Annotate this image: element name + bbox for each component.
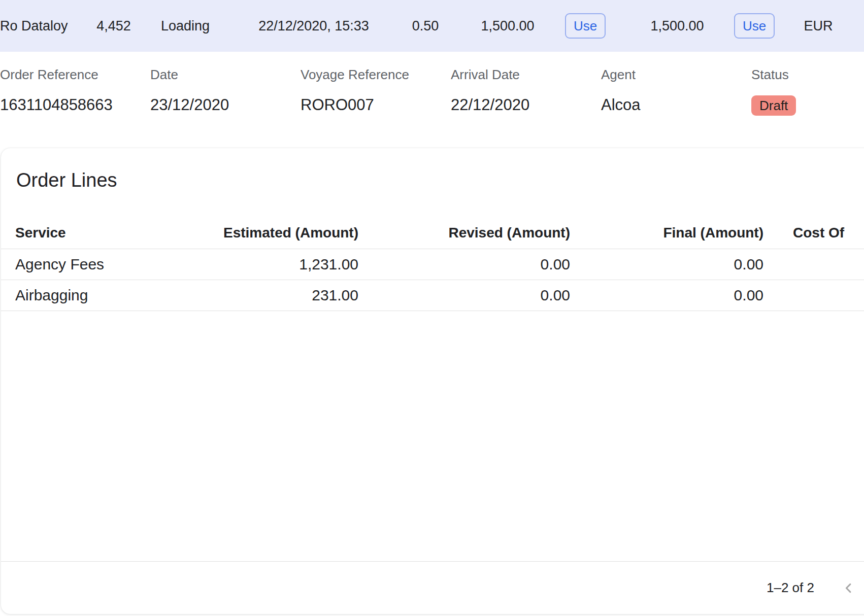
order-lines-title: Order Lines — [16, 169, 864, 191]
field-status: Status Draft — [751, 67, 796, 116]
currency-code: EUR — [804, 0, 833, 52]
prev-page-button[interactable] — [841, 580, 857, 596]
revised-total: 1,500.00 — [650, 0, 704, 52]
col-final: Final (Amount) — [570, 225, 763, 241]
field-date: Date 23/12/2020 — [150, 67, 229, 115]
field-value: 22/12/2020 — [451, 95, 529, 115]
chevron-left-icon — [842, 581, 856, 595]
field-value: RORO007 — [301, 95, 409, 115]
table-row[interactable]: Agency Fees 1,231.00 0.00 0.00 — [1, 249, 864, 280]
col-cost-of: Cost Of — [763, 225, 864, 241]
cell-service: Agency Fees — [1, 256, 192, 273]
screen: Ro Dataloy 4,452 Loading 22/12/2020, 15:… — [0, 0, 864, 616]
cell-service: Airbagging — [1, 287, 192, 304]
field-label: Status — [751, 67, 796, 82]
cell-estimated: 1,231.00 — [192, 256, 358, 273]
operation-label: Loading — [161, 0, 210, 52]
field-value: Alcoa — [601, 95, 641, 115]
table-row[interactable]: Airbagging 231.00 0.00 0.00 — [1, 280, 864, 311]
paginator: 1–2 of 2 — [1, 561, 864, 614]
field-label: Voyage Reference — [301, 67, 409, 82]
field-order-reference: Order Reference 1631104858663 — [0, 67, 113, 115]
page-range-label: 1–2 of 2 — [767, 580, 814, 596]
cell-revised: 0.00 — [358, 256, 570, 273]
field-value: 1631104858663 — [0, 95, 113, 115]
field-arrival-date: Arrival Date 22/12/2020 — [451, 67, 529, 115]
status-badge: Draft — [751, 95, 796, 116]
order-lines-card: Order Lines Service Estimated (Amount) R… — [1, 148, 864, 614]
field-label: Arrival Date — [451, 67, 529, 82]
order-lines-table: Service Estimated (Amount) Revised (Amou… — [1, 217, 864, 311]
use-revised-button[interactable]: Use — [734, 13, 775, 39]
col-estimated: Estimated (Amount) — [192, 225, 358, 241]
field-value: 23/12/2020 — [150, 95, 229, 115]
vessel-name: Ro Dataloy — [0, 0, 68, 52]
cell-revised: 0.00 — [358, 287, 570, 304]
updated-datetime: 22/12/2020, 15:33 — [258, 0, 369, 52]
estimated-total: 1,500.00 — [481, 0, 534, 52]
field-label: Agent — [601, 67, 641, 82]
field-label: Order Reference — [0, 67, 113, 82]
field-agent: Agent Alcoa — [601, 67, 641, 115]
col-service: Service — [1, 225, 192, 241]
rate-value: 0.50 — [412, 0, 439, 52]
table-header-row: Service Estimated (Amount) Revised (Amou… — [1, 217, 864, 249]
field-value: Draft — [751, 95, 796, 116]
cell-estimated: 231.00 — [192, 287, 358, 304]
cargo-quantity: 4,452 — [96, 0, 131, 52]
order-summary: Order Reference 1631104858663 Date 23/12… — [0, 52, 864, 148]
vessel-summary-bar: Ro Dataloy 4,452 Loading 22/12/2020, 15:… — [0, 0, 864, 52]
cell-final: 0.00 — [570, 256, 763, 273]
field-label: Date — [150, 67, 229, 82]
col-revised: Revised (Amount) — [358, 225, 570, 241]
cell-final: 0.00 — [570, 287, 763, 304]
field-voyage-reference: Voyage Reference RORO007 — [301, 67, 409, 115]
use-estimated-button[interactable]: Use — [565, 13, 606, 39]
